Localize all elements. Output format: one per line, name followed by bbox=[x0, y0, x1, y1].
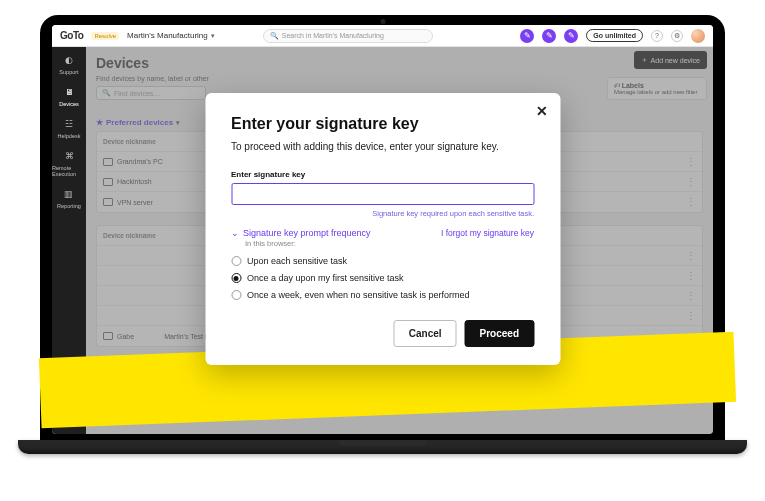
header-action-3[interactable]: ✎ bbox=[564, 29, 578, 43]
workspace-switcher[interactable]: Martin's Manufacturing ▾ bbox=[127, 31, 215, 40]
top-bar: GoTo Resolve Martin's Manufacturing ▾ 🔍 … bbox=[52, 25, 713, 47]
search-placeholder: Search in Martin's Manufacturing bbox=[282, 32, 384, 39]
radio-icon bbox=[231, 290, 241, 300]
signature-key-modal: ✕ Enter your signature key To proceed wi… bbox=[205, 93, 560, 365]
camera-dot bbox=[380, 19, 385, 24]
settings-icon[interactable]: ⚙ bbox=[671, 30, 683, 42]
laptop-mockup: GoTo Resolve Martin's Manufacturing ▾ 🔍 … bbox=[40, 15, 725, 455]
frequency-options: Upon each sensitive task Once a day upon… bbox=[231, 256, 534, 300]
sidebar-item-helpdesk[interactable]: ☳Helpdesk bbox=[58, 117, 81, 139]
support-icon: ◐ bbox=[62, 53, 76, 67]
user-avatar[interactable] bbox=[691, 29, 705, 43]
signature-key-input[interactable] bbox=[231, 183, 534, 205]
radio-icon bbox=[231, 273, 241, 283]
chevron-down-icon: ⌄ bbox=[231, 228, 239, 238]
laptop-base bbox=[18, 440, 747, 454]
brand-logo: GoTo bbox=[60, 30, 83, 41]
cancel-button[interactable]: Cancel bbox=[394, 320, 457, 347]
header-action-1[interactable]: ✎ bbox=[520, 29, 534, 43]
global-search[interactable]: 🔍 Search in Martin's Manufacturing bbox=[263, 29, 433, 43]
sidebar-item-support[interactable]: ◐Support bbox=[59, 53, 78, 75]
close-icon[interactable]: ✕ bbox=[536, 103, 548, 119]
signature-field-label: Enter signature key bbox=[231, 170, 534, 179]
go-unlimited-button[interactable]: Go unlimited bbox=[586, 29, 643, 42]
modal-actions: Cancel Proceed bbox=[231, 320, 534, 347]
freq-option-once-week[interactable]: Once a week, even when no sensitive task… bbox=[231, 290, 534, 300]
modal-subtitle: To proceed with adding this device, ente… bbox=[231, 141, 534, 152]
chevron-down-icon: ▾ bbox=[211, 32, 215, 40]
proceed-button[interactable]: Proceed bbox=[465, 320, 534, 347]
devices-icon: 🖥 bbox=[62, 85, 76, 99]
frequency-toggle[interactable]: ⌄ Signature key prompt frequency bbox=[231, 228, 371, 238]
brand-tier-badge: Resolve bbox=[91, 32, 119, 40]
laptop-notch bbox=[338, 440, 428, 446]
modal-title: Enter your signature key bbox=[231, 115, 534, 133]
remote-exec-icon: ⌘ bbox=[62, 149, 76, 163]
frequency-scope: In this browser: bbox=[245, 239, 371, 248]
reporting-icon: ▥ bbox=[62, 187, 76, 201]
helpdesk-icon: ☳ bbox=[62, 117, 76, 131]
forgot-signature-link[interactable]: I forgot my signature key bbox=[441, 228, 534, 238]
sidebar-item-devices[interactable]: 🖥Devices bbox=[59, 85, 79, 107]
workspace-name: Martin's Manufacturing bbox=[127, 31, 208, 40]
freq-option-once-day[interactable]: Once a day upon my first sensitive task bbox=[231, 273, 534, 283]
help-icon[interactable]: ? bbox=[651, 30, 663, 42]
search-icon: 🔍 bbox=[270, 32, 279, 40]
freq-option-each-task[interactable]: Upon each sensitive task bbox=[231, 256, 534, 266]
sidebar-item-remote-execution[interactable]: ⌘Remote Execution bbox=[52, 149, 86, 177]
radio-icon bbox=[231, 256, 241, 266]
signature-hint: Signature key required upon each sensiti… bbox=[231, 209, 534, 218]
header-action-2[interactable]: ✎ bbox=[542, 29, 556, 43]
sidebar-item-reporting[interactable]: ▥Reporting bbox=[57, 187, 81, 209]
